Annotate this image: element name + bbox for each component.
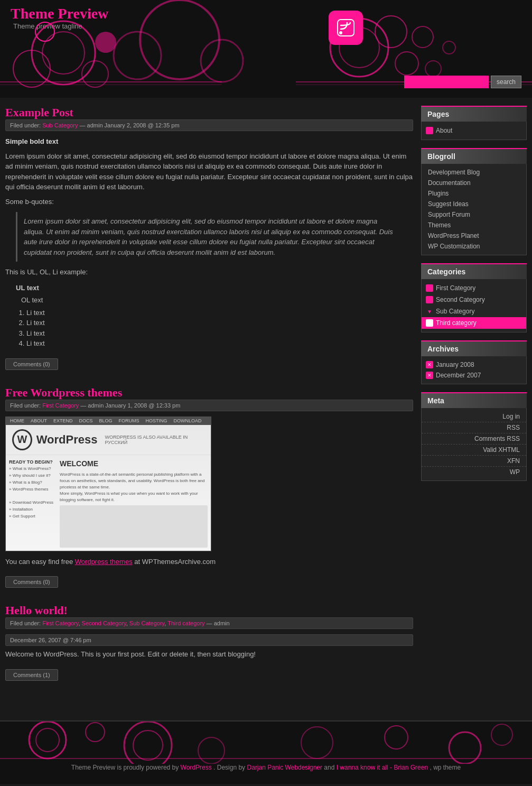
ul-list-label: UL text [16,283,413,293]
sidebar-blogroll-title: Blogroll [421,148,527,164]
list-item: Li text [26,338,413,349]
search-area: search [404,76,521,88]
search-button[interactable]: search [491,76,521,88]
blogroll-wp-custom[interactable]: WP Customization [422,241,526,252]
sidebar-pages-box: About [421,122,527,140]
post-meta-hello: Filed under: First Category, Second Cate… [5,617,413,629]
post-title-hello[interactable]: Hello world! [5,604,68,617]
hw-author: — admin [207,620,230,626]
blogroll-wp-planet[interactable]: WordPress Planet [422,230,526,241]
svg-point-27 [198,737,225,764]
svg-point-22 [29,722,66,759]
wp-body-text2: More simply, WordPress is what you use w… [60,491,208,503]
main-wrapper: Example Post Filed under: Sub Category —… [0,98,532,705]
cat-sub-link[interactable]: Sub Category [436,308,474,315]
wp-sidebar-item: » What is a Blog? [9,480,42,485]
blogroll-support[interactable]: Support Forum [422,209,526,220]
wordpress-themes-link[interactable]: Wordpress themes [75,558,133,566]
sidebar-categories-title: Categories [421,263,527,279]
wp-sidebar-item: » Download WordPress [9,500,53,505]
sidebar-meta: Meta Log in RSS Comments RSS Valid XHTML… [421,392,527,481]
post-title-wp-themes[interactable]: Free Wordpress themes [5,386,122,399]
svg-point-19 [201,40,243,82]
footer: Theme Preview is proudly powered by Word… [0,720,532,784]
blogroll-plugins[interactable]: Plugins [422,188,526,199]
sidebar-pages: Pages About [421,106,527,140]
wp-nav-item: EXTEND [53,418,73,423]
svg-point-1 [42,32,85,74]
post-wp-themes: Free Wordpress themes Filed under: First… [5,386,413,588]
meta-comments-rss[interactable]: Comments RSS [422,433,526,445]
comments-btn-hello[interactable]: Comments (1) [5,669,58,681]
svg-point-24 [124,722,172,764]
hw-cat4[interactable]: Third category [167,620,204,626]
wp-sidebar-item: » What is WordPress? [9,466,51,471]
wp-welcome-text: WELCOME [60,458,208,469]
rss-button[interactable] [329,11,363,45]
svg-point-25 [133,730,163,760]
blogroll-themes[interactable]: Themes [422,220,526,230]
post-example: Example Post Filed under: Sub Category —… [5,106,413,370]
wp-body-text: WordPress is a state-of-the-art semantic… [60,471,208,491]
archive-icon: ✕ [426,361,433,368]
post-meta-rest-wp: — admin January 1, 2008 @ 12:33 pm [80,402,180,409]
cat-arrow-sub: ▼ [426,308,433,315]
meta-rss[interactable]: RSS [422,422,526,433]
meta-xhtml[interactable]: Valid XHTML [422,445,526,456]
wp-nav-bar: HOME ABOUT EXTEND DOCS BLOG FORUMS HOSTI… [6,417,211,425]
ul-item: OL text [21,295,413,306]
hw-cat1[interactable]: First Category [42,620,78,626]
wp-sidebar-item: » WordPress themes [9,487,49,492]
meta-xfn[interactable]: XFN [422,456,526,467]
svg-point-2 [13,50,50,87]
sidebar-categories: Categories First Category Second Categor… [421,263,527,332]
hw-cat2[interactable]: Second Category [82,620,126,626]
footer-text: Theme Preview is proudly powered by Word… [11,764,521,771]
bquotes-label: Some b-quotes: [5,197,413,207]
comments-btn-wp[interactable]: Comments (0) [5,576,58,588]
post-title-example[interactable]: Example Post [5,106,73,119]
comments-btn-example[interactable]: Comments (0) [5,358,58,370]
sidebar-page-about: About [422,125,526,136]
sidebar-archives-box: ✕ January 2008 ✕ December 2007 [421,356,527,384]
meta-login[interactable]: Log in [422,411,526,422]
header-content: Theme Preview Theme preview tagline [0,0,532,35]
blogroll-dev-blog[interactable]: Development Blog [422,167,526,178]
page-icon [426,127,433,134]
footer-brian-link[interactable]: I wanna know it all - Brian Green [337,764,428,771]
cat-first-link[interactable]: First Category [436,284,475,292]
post-category-link[interactable]: Sub Category [42,122,78,128]
post-bold-text: Simple bold text [5,136,413,147]
svg-point-18 [114,32,161,79]
svg-point-26 [86,723,105,742]
search-input[interactable] [404,76,489,88]
hw-cat3[interactable]: Sub Category [129,620,164,626]
footer-wp-link[interactable]: WordPress [181,764,212,771]
svg-point-14 [443,41,455,54]
footer-design-text: . Design by [213,764,245,771]
about-link[interactable]: About [436,127,452,134]
svg-point-21 [339,31,342,34]
post-category-link-wp[interactable]: First Category [42,402,79,409]
wp-body: READY TO BEGIN? » What is WordPress? » W… [6,455,211,551]
wp-sidebar: READY TO BEGIN? » What is WordPress? » W… [9,458,57,548]
meta-wp[interactable]: WP [422,467,526,477]
post-meta-example: Filed under: Sub Category — admin Januar… [5,119,413,131]
sidebar-meta-title: Meta [421,392,527,408]
blogroll-docs[interactable]: Documentation [422,178,526,188]
site-tagline: Theme preview tagline [13,22,521,30]
archive-jan-link[interactable]: January 2008 [436,361,474,368]
cat-third-link[interactable]: Third category [436,319,477,327]
footer-design-link[interactable]: Darjan Panic Webdesigner [247,764,322,771]
blogroll-suggest[interactable]: Suggest Ideas [422,199,526,209]
cat-second-link[interactable]: Second Category [436,296,485,303]
cat-icon-first [426,284,433,292]
cat-icon-second [426,296,433,303]
sidebar-blogroll-box: Development Blog Documentation Plugins S… [421,164,527,255]
footer-wp-theme-text: , wp theme [430,764,461,771]
archive-dec-link[interactable]: December 2007 [436,372,481,379]
wp-nav-item: HOME [10,418,24,423]
wp-logo: W [12,429,32,450]
post-meta-rest: — admin January 2, 2008 @ 12:35 pm [79,122,179,128]
list-item: Li text [26,328,413,339]
